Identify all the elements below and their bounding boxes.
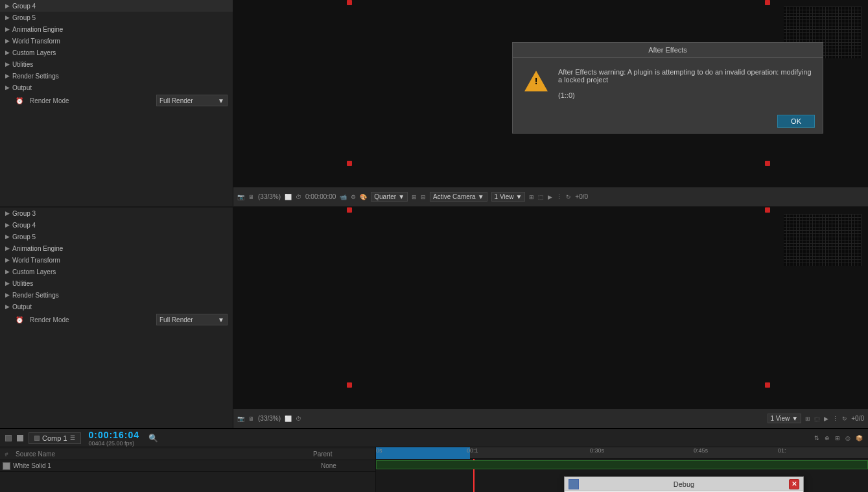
ae-dialog-body: ! After Effects warning: A plugin is att… xyxy=(513,58,823,110)
render-mode-clock-icon: ⏰ xyxy=(16,97,23,104)
render-settings-label: Render Settings xyxy=(12,73,59,80)
b-timecode-icon[interactable]: ⏱ xyxy=(296,416,301,422)
timecode-icon[interactable]: ⏱ xyxy=(296,194,301,200)
comp-tab[interactable]: Comp 1 ☰ xyxy=(29,432,81,444)
debug-dialog-title: Debug xyxy=(583,480,785,488)
animation-engine-arrow: ▶ xyxy=(5,26,10,32)
b-group3-item[interactable]: ▶ Group 3 xyxy=(0,207,233,219)
b-group4-item[interactable]: ▶ Group 4 xyxy=(0,219,233,231)
b-world-transform-label: World Transform xyxy=(12,257,60,264)
corner-marker-tl xyxy=(347,0,352,5)
search-icon[interactable]: 🔍 xyxy=(148,434,158,443)
b-flow-icon[interactable]: ⋮ xyxy=(832,416,838,422)
camera-icon[interactable]: 📹 xyxy=(340,194,347,200)
timecode-area: 0:00:16:04 00404 (25.00 fps) xyxy=(89,430,140,447)
timecode-main: 0:00:16:04 xyxy=(89,430,140,440)
ae-dialog-footer: OK xyxy=(513,110,823,133)
b-render-icon[interactable]: ▶ xyxy=(824,416,828,422)
timeline-color-dot[interactable] xyxy=(5,435,12,441)
zoom-chevron: ▼ xyxy=(398,193,405,200)
b-custom-layers-item[interactable]: ▶ Custom Layers xyxy=(0,266,233,277)
source-name-header: Source Name xyxy=(13,451,311,458)
render-icon[interactable]: ▶ xyxy=(548,194,552,200)
timemarker-01: 01: xyxy=(778,447,786,454)
timeline-panel-icon xyxy=(17,435,23,441)
comp-tab-name: Comp 1 xyxy=(42,434,67,442)
b-3d-icon[interactable]: ⬚ xyxy=(814,416,820,422)
output-item[interactable]: ▶ Output xyxy=(0,82,233,93)
preview-icon[interactable]: 🖥 xyxy=(248,194,254,200)
output-label: Output xyxy=(12,84,32,91)
warning-exclamation: ! xyxy=(535,76,538,86)
timeline-toolbar-icon3[interactable]: ⊞ xyxy=(835,435,840,441)
color-icon[interactable]: 🎨 xyxy=(360,194,367,200)
utilities-arrow: ▶ xyxy=(5,61,10,67)
timeline-toolbar-icon4[interactable]: ◎ xyxy=(845,435,850,441)
camera-dropdown[interactable]: Active Camera ▼ xyxy=(430,192,487,202)
b-resolution-icon[interactable]: ⬜ xyxy=(285,416,292,422)
group4-item[interactable]: ▶ Group 4 xyxy=(0,0,233,12)
b-render-mode-row: ⏰ Render Mode Full Render ▼ xyxy=(0,312,233,327)
debug-close-button[interactable]: ✕ xyxy=(789,479,799,489)
zoom-dropdown[interactable]: Quarter ▼ xyxy=(371,192,408,202)
timeline-toolbar-icon1[interactable]: ⇅ xyxy=(814,435,819,441)
guide-icon[interactable]: ⊟ xyxy=(421,194,426,200)
b-group5-arrow: ▶ xyxy=(5,233,10,240)
animation-engine-item[interactable]: ▶ Animation Engine xyxy=(0,23,233,35)
b-output-item[interactable]: ▶ Output xyxy=(0,301,233,312)
render-mode-select[interactable]: Full Render ▼ xyxy=(156,95,228,106)
b-animation-engine-item[interactable]: ▶ Animation Engine xyxy=(0,242,233,254)
b-render-mode-value: Full Render xyxy=(159,316,193,323)
b-group3-arrow: ▶ xyxy=(5,210,10,217)
b-utilities-item[interactable]: ▶ Utilities xyxy=(0,277,233,289)
b-world-transform-item[interactable]: ▶ World Transform xyxy=(0,254,233,266)
bottom-viewport: 📷 🖥 (33/3%) ⬜ ⏱ 1 View ▼ ⊞ ⬚ ▶ ⋮ ↻ +0/0 … xyxy=(233,207,868,428)
layer-row-1[interactable]: White Solid 1 None xyxy=(0,460,375,472)
top-viewport: 📷 🖥 (33/3%) ⬜ ⏱ 0:00:00:00 📹 ⚙ 🎨 Quarter… xyxy=(233,0,868,206)
world-transform-item[interactable]: ▶ World Transform xyxy=(0,35,233,47)
b-group5-item[interactable]: ▶ Group 5 xyxy=(0,231,233,242)
b-custom-layers-label: Custom Layers xyxy=(12,268,56,275)
b-render-mode-select[interactable]: Full Render ▼ xyxy=(156,314,228,325)
timebar-blue-range xyxy=(376,447,470,459)
top-viewport-toolbar: 📷 🖥 (33/3%) ⬜ ⏱ 0:00:00:00 📹 ⚙ 🎨 Quarter… xyxy=(233,187,868,206)
bottom-viewport-canvas[interactable] xyxy=(233,207,868,408)
render-settings-item[interactable]: ▶ Render Settings xyxy=(0,70,233,82)
custom-layers-item[interactable]: ▶ Custom Layers xyxy=(0,47,233,58)
timeline-header: Comp 1 ☰ 0:00:16:04 00404 (25.00 fps) 🔍 … xyxy=(0,429,868,447)
b-view-dropdown[interactable]: 1 View ▼ xyxy=(768,414,802,423)
timeline-toolbar-icon5[interactable]: 📦 xyxy=(856,435,863,441)
b-animation-engine-label: Animation Engine xyxy=(12,245,63,252)
timemarker-30s: 0:30s xyxy=(590,447,604,454)
layer-visibility-icon[interactable] xyxy=(3,462,10,470)
timecode-display: 0:00:00:00 xyxy=(305,193,336,200)
b-custom-layers-arrow: ▶ xyxy=(5,268,10,275)
b-preview-icon[interactable]: 🖥 xyxy=(248,416,254,422)
b-layout-icon[interactable]: ⊞ xyxy=(805,416,810,422)
b-view-chevron: ▼ xyxy=(792,415,798,422)
ae-ok-button[interactable]: OK xyxy=(777,115,815,128)
b-fps-display: (33/3%) xyxy=(258,415,281,422)
resolution-icon[interactable]: ⬜ xyxy=(285,194,292,200)
top-panel: ▶ Group 4 ▶ Group 5 ▶ Animation Engine ▶… xyxy=(0,0,868,206)
layout-icon[interactable]: ⊞ xyxy=(529,194,534,200)
3d-icon[interactable]: ⬚ xyxy=(538,194,544,200)
b-refresh-icon[interactable]: ↻ xyxy=(842,416,847,422)
group5-label: Group 5 xyxy=(12,14,36,21)
settings-icon[interactable]: ⚙ xyxy=(351,194,356,200)
timeline-toolbar-icon2[interactable]: ⊕ xyxy=(825,435,830,441)
group5-item[interactable]: ▶ Group 5 xyxy=(0,12,233,23)
flow-icon[interactable]: ⋮ xyxy=(556,194,562,200)
grid-icon[interactable]: ⊞ xyxy=(412,194,417,200)
refresh-icon[interactable]: ↻ xyxy=(566,194,571,200)
utilities-item[interactable]: ▶ Utilities xyxy=(0,58,233,70)
ae-warning-dialog: After Effects ! After Effects warning: A… xyxy=(512,42,823,134)
b-snapshot-icon[interactable]: 📷 xyxy=(237,416,244,422)
snapshot-icon[interactable]: 📷 xyxy=(237,194,244,200)
view-value: 1 View xyxy=(495,193,514,200)
view-dropdown[interactable]: 1 View ▼ xyxy=(491,192,526,202)
layer-track-bar[interactable] xyxy=(376,460,868,469)
bottom-panel: ▶ Group 3 ▶ Group 4 ▶ Group 5 ▶ Animatio… xyxy=(0,207,868,428)
b-corner-marker-br xyxy=(765,382,770,388)
b-render-settings-item[interactable]: ▶ Render Settings xyxy=(0,289,233,301)
